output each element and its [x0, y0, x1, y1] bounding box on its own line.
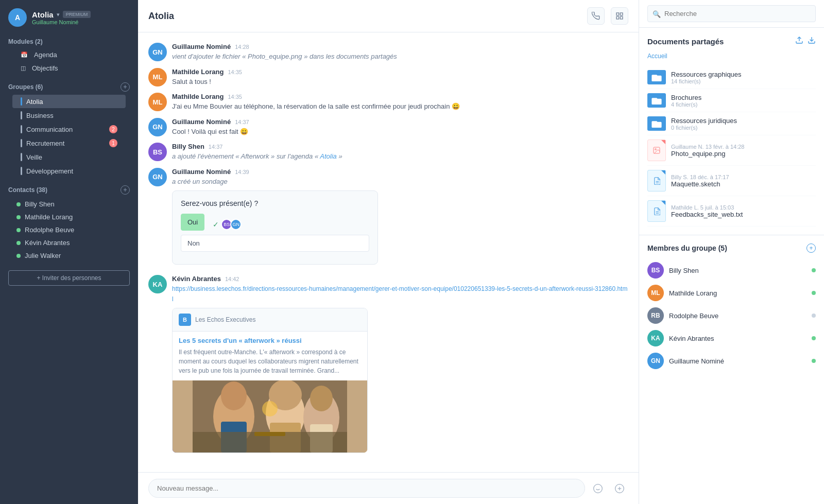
add-contact-button[interactable]: +: [121, 185, 130, 195]
member-name-mathilde: Mathilde Lorang: [669, 289, 806, 297]
layout-button[interactable]: [611, 7, 628, 25]
sidebar-app-info: Atolia ▾ PREMIUM Guillaume Nominé: [32, 10, 91, 25]
member-avatar-rodolphe: RB: [647, 307, 664, 324]
sidebar-item-objectifs[interactable]: ◫ Objectifs: [12, 62, 126, 75]
chat-header: Atolia: [138, 0, 639, 32]
msg-text-2: Salut à tous !: [172, 77, 628, 87]
download-icon[interactable]: [808, 36, 816, 46]
member-kevin-abrantes: KA Kévin Abrantes: [647, 327, 816, 350]
member-avatar-kevin: KA: [647, 330, 664, 346]
app-name: Atolia: [32, 10, 54, 19]
search-wrapper: 🔍: [647, 5, 816, 22]
message-1: GN Guillaume Nominé 14:28 vient d'ajoute…: [148, 41, 628, 64]
attach-button[interactable]: [611, 480, 628, 497]
atolia-link[interactable]: Atolia: [320, 152, 337, 160]
sidebar-item-business[interactable]: Business: [12, 109, 126, 122]
poll-option-non[interactable]: Non: [181, 235, 369, 252]
msg-header-4: Guillaume Nominé 14:37: [172, 118, 628, 126]
add-group-button[interactable]: +: [121, 82, 130, 92]
sidebar-item-veille[interactable]: Veille: [12, 150, 126, 164]
group-developpement-label: Développement: [26, 167, 117, 175]
poll-option-oui[interactable]: Oui: [181, 214, 204, 231]
contact-julie-walker[interactable]: Julie Walker: [8, 249, 130, 262]
article-link[interactable]: https://business.lesechos.fr/directions-…: [172, 285, 627, 303]
member-status-guillaume: [812, 359, 816, 363]
active-dot: [21, 97, 22, 106]
members-title: Membres du groupe (5): [647, 244, 727, 252]
member-status-kevin: [812, 336, 816, 340]
poll-card: Serez-vous présent(e) ? Oui ✓ BS GN Non: [172, 190, 378, 265]
invite-people-button[interactable]: + Inviter des personnes: [8, 270, 130, 286]
modules-title: Modules (2): [8, 38, 130, 45]
file-maquette-sketch[interactable]: Billy S. 18 déc. à 17:17 Maquette.sketch: [647, 166, 816, 196]
folder-name: Ressources juridiques: [671, 117, 816, 125]
member-status-billy: [812, 268, 816, 272]
contact-status-dot: [16, 202, 21, 206]
sidebar-item-recrutement[interactable]: Recrutement 1: [12, 136, 126, 150]
contact-status-dot: [16, 215, 21, 219]
svg-rect-3: [616, 16, 619, 19]
sidebar-item-agenda[interactable]: 📅 Agenda: [12, 48, 126, 61]
member-mathilde-lorang: ML Mathilde Lorang: [647, 282, 816, 304]
msg-time-1: 14:28: [235, 44, 249, 50]
search-input[interactable]: [647, 5, 816, 22]
poll-oui-label: Oui: [187, 218, 198, 226]
group-recrutement-label: Recrutement: [26, 140, 105, 147]
upload-icon[interactable]: [795, 36, 803, 46]
member-guillaume-nomine: GN Guillaume Nominé: [647, 350, 816, 372]
communication-badge: 2: [109, 125, 117, 133]
avatar-guillaume-3: GN: [148, 168, 167, 186]
file-info: Guillaume N. 13 févr. à 14:28 Photo_equi…: [671, 144, 816, 158]
contact-rodolphe-beuve[interactable]: Rodolphe Beuve: [8, 223, 130, 236]
svg-point-15: [262, 401, 278, 416]
group-dot: [21, 167, 22, 175]
msg-author-7: Kévin Abrantes: [172, 275, 221, 283]
groups-title: Groupes (6) +: [8, 82, 130, 92]
member-name-billy: Billy Shen: [669, 267, 806, 274]
msg-text-3: J'ai eu Mme Bouvier au téléphone, la rés…: [172, 101, 628, 112]
sidebar-item-developpement[interactable]: Développement: [12, 164, 126, 178]
folder-brochures[interactable]: Brochures 4 fichier(s): [647, 89, 816, 112]
right-panel: 🔍 Documents partagés Accueil Ressou: [639, 0, 824, 504]
current-user-name: Guillaume Nominé: [32, 19, 91, 25]
poll-non-label: Non: [187, 239, 200, 247]
file-feedbacks[interactable]: Mathilde L. 5 juil. à 15:03 Feedbacks_si…: [647, 196, 816, 227]
poll-question: Serez-vous présent(e) ?: [181, 199, 369, 207]
message-input[interactable]: [148, 479, 585, 498]
file-meta: Guillaume N. 13 févr. à 14:28: [671, 144, 816, 150]
group-communication-label: Communication: [26, 126, 105, 133]
contact-mathilde-lorang[interactable]: Mathilde Lorang: [8, 211, 130, 223]
link-preview-body: Les 5 secrets d'un « afterwork » réussi …: [173, 332, 367, 380]
premium-badge: PREMIUM: [63, 11, 91, 18]
contact-kevin-abrantes[interactable]: Kévin Abrantes: [8, 236, 130, 249]
link-preview-header: B Les Echos Executives: [173, 308, 367, 332]
msg-content-6: Guillaume Nominé 14:39 a créé un sondage…: [172, 168, 628, 269]
group-dot: [21, 153, 22, 161]
group-business-label: Business: [26, 112, 117, 119]
sidebar-item-communication[interactable]: Communication 2: [12, 123, 126, 136]
phone-button[interactable]: [587, 7, 605, 25]
folder-icon: [647, 70, 666, 84]
sidebar-item-atolia[interactable]: Atolia: [12, 95, 126, 108]
msg-content-2: Mathilde Lorang 14:35 Salut à tous !: [172, 68, 628, 87]
member-billy-shen: BS Billy Shen: [647, 259, 816, 282]
group-dot: [21, 111, 22, 119]
message-4: GN Guillaume Nominé 14:37 Cool ! Voilà q…: [148, 116, 628, 139]
folder-ressources-juridiques[interactable]: Ressources juridiques 0 fichier(s): [647, 112, 816, 135]
chat-input-area: [138, 472, 639, 504]
link-description: Il est fréquent outre-Manche. L'« afterw…: [179, 347, 361, 375]
member-rodolphe-beuve: RB Rodolphe Beuve: [647, 304, 816, 327]
folder-ressources-graphiques[interactable]: Ressources graphiques 14 fichier(s): [647, 66, 816, 89]
members-header: Membres du groupe (5) +: [647, 244, 816, 253]
file-photo-equipe[interactable]: Guillaume N. 13 févr. à 14:28 Photo_equi…: [647, 135, 816, 166]
folder-count: 0 fichier(s): [671, 125, 816, 131]
objectifs-label: Objectifs: [32, 64, 117, 72]
msg-link-url: https://business.lesechos.fr/directions-…: [172, 284, 628, 304]
folder-count: 4 fichier(s): [671, 101, 816, 108]
breadcrumb[interactable]: Accueil: [647, 53, 816, 60]
recrutement-badge: 1: [109, 139, 117, 147]
contact-billy-shen[interactable]: Billy Shen: [8, 198, 130, 211]
add-member-button[interactable]: +: [806, 244, 816, 253]
member-avatar-mathilde: ML: [647, 285, 664, 301]
emoji-button[interactable]: [589, 480, 607, 497]
